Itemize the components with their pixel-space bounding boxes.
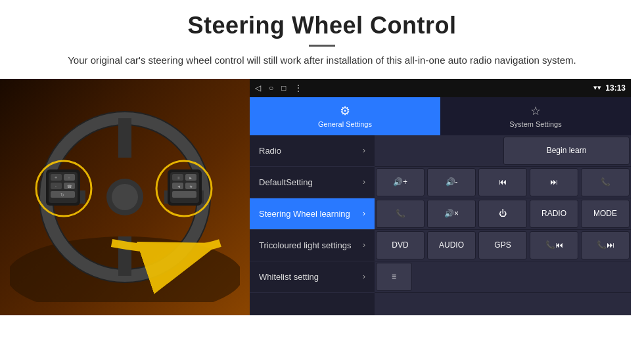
tab-general-label: General Settings bbox=[318, 120, 372, 128]
home-icon[interactable]: ○ bbox=[269, 83, 273, 93]
svg-text:◄: ◄ bbox=[177, 185, 181, 189]
empty-display bbox=[376, 137, 501, 165]
vol-down-icon: 🔊- bbox=[446, 177, 458, 187]
gps-button[interactable]: GPS bbox=[478, 231, 527, 259]
power-button[interactable]: ⏻ bbox=[478, 200, 527, 228]
menu-steering-label: Steering Wheel learning bbox=[259, 209, 350, 219]
phone-button[interactable]: 📞 bbox=[581, 168, 630, 196]
chevron-icon: › bbox=[363, 240, 365, 250]
chevron-icon: › bbox=[363, 272, 365, 281]
control-row-1: 🔊+ 🔊- ⏮ ⏭ 📞 bbox=[375, 167, 631, 198]
prev-track-button[interactable]: ⏮ bbox=[478, 168, 527, 196]
menu-icon[interactable]: ⋮ bbox=[294, 83, 302, 93]
phone-prev-button[interactable]: 📞⏮ bbox=[530, 231, 578, 259]
menu-item-radio[interactable]: Radio › bbox=[250, 135, 375, 167]
status-bar: ◁ ○ □ ⋮ ▾▾ 13:13 bbox=[250, 79, 631, 97]
right-content: Begin learn 🔊+ 🔊- ⏮ ⏭ bbox=[375, 135, 631, 315]
recent-apps-icon[interactable]: □ bbox=[281, 83, 286, 93]
list-button[interactable]: ≡ bbox=[376, 263, 412, 291]
next-track-button[interactable]: ⏭ bbox=[530, 168, 578, 196]
general-settings-icon: ⚙ bbox=[340, 104, 350, 118]
call-accept-icon: 📞 bbox=[396, 209, 405, 218]
menu-tricoloured-label: Tricoloured light settings bbox=[259, 240, 351, 250]
menu-radio-label: Radio bbox=[259, 146, 281, 156]
menu-item-tricoloured[interactable]: Tricoloured light settings › bbox=[250, 230, 375, 261]
menu-item-whitelist[interactable]: Whitelist setting › bbox=[250, 261, 375, 293]
title-divider bbox=[309, 45, 335, 47]
page-subtitle: Your original car's steering wheel contr… bbox=[39, 53, 605, 68]
list-icon: ≡ bbox=[392, 272, 396, 281]
radio-label: RADIO bbox=[541, 209, 566, 218]
gps-label: GPS bbox=[494, 240, 511, 250]
next-track-icon: ⏭ bbox=[550, 177, 558, 187]
mode-label: MODE bbox=[593, 209, 617, 218]
tab-system-settings[interactable]: ☆ System Settings bbox=[440, 97, 631, 135]
mode-button[interactable]: MODE bbox=[581, 200, 630, 228]
menu-item-default-setting[interactable]: DefaultSetting › bbox=[250, 167, 375, 198]
tab-system-label: System Settings bbox=[509, 120, 561, 128]
tab-general-settings[interactable]: ⚙ General Settings bbox=[250, 97, 440, 135]
control-row-3: DVD AUDIO GPS 📞⏮ 📞⏭ bbox=[375, 230, 631, 261]
control-row-4: ≡ bbox=[375, 261, 631, 293]
content-area: + - ↑ ☎ ↻ ≡ ► ◄ ★ bbox=[0, 79, 644, 315]
call-accept-button[interactable]: 📞 bbox=[376, 200, 425, 228]
back-icon[interactable]: ◁ bbox=[255, 83, 261, 93]
power-icon: ⏻ bbox=[499, 209, 507, 218]
car-image: + - ↑ ☎ ↻ ≡ ► ◄ ★ bbox=[0, 79, 250, 315]
dvd-button[interactable]: DVD bbox=[376, 231, 425, 259]
status-left: ◁ ○ □ ⋮ bbox=[255, 83, 302, 93]
svg-text:↑: ↑ bbox=[68, 176, 70, 180]
chevron-icon: › bbox=[363, 146, 365, 155]
control-row-0: Begin learn bbox=[375, 135, 631, 167]
page-title: Steering Wheel Control bbox=[39, 12, 605, 39]
prev-track-icon: ⏮ bbox=[499, 177, 507, 187]
svg-point-8 bbox=[112, 184, 138, 210]
svg-text:☎: ☎ bbox=[67, 185, 72, 189]
steering-wheel-svg: + - ↑ ☎ ↻ ≡ ► ◄ ★ bbox=[10, 92, 240, 302]
status-right: ▾▾ 13:13 bbox=[593, 83, 626, 93]
svg-text:►: ► bbox=[189, 176, 193, 180]
chevron-icon: › bbox=[363, 177, 365, 187]
vol-up-icon: 🔊+ bbox=[393, 177, 407, 187]
phone-prev-icon: 📞⏮ bbox=[545, 240, 563, 250]
status-time: 13:13 bbox=[605, 83, 626, 93]
chevron-icon: › bbox=[363, 209, 365, 218]
system-settings-icon: ☆ bbox=[530, 104, 541, 118]
svg-text:+: + bbox=[55, 175, 57, 180]
top-section: Steering Wheel Control Your original car… bbox=[0, 0, 644, 75]
panel-body: Radio › DefaultSetting › Steering Wheel … bbox=[250, 135, 631, 315]
radio-button[interactable]: RADIO bbox=[530, 200, 578, 228]
phone-next-icon: 📞⏭ bbox=[597, 240, 614, 250]
audio-label: AUDIO bbox=[439, 240, 464, 250]
phone-next-button[interactable]: 📞⏭ bbox=[581, 231, 630, 259]
head-unit: ◁ ○ □ ⋮ ▾▾ 13:13 ⚙ General Settings ☆ Sy… bbox=[250, 79, 631, 315]
mute-button[interactable]: 🔊× bbox=[427, 200, 476, 228]
svg-text:≡: ≡ bbox=[177, 176, 180, 180]
mute-icon: 🔊× bbox=[444, 209, 459, 218]
svg-text:↻: ↻ bbox=[60, 192, 64, 197]
svg-rect-31 bbox=[172, 191, 196, 198]
menu-whitelist-label: Whitelist setting bbox=[259, 272, 319, 282]
tab-bar: ⚙ General Settings ☆ System Settings bbox=[250, 97, 631, 135]
begin-learn-button[interactable]: Begin learn bbox=[503, 137, 630, 165]
audio-button[interactable]: AUDIO bbox=[427, 231, 476, 259]
phone-icon: 📞 bbox=[601, 177, 610, 187]
wifi-signal-icon: ▾▾ bbox=[593, 83, 601, 92]
vol-down-button[interactable]: 🔊- bbox=[427, 168, 476, 196]
vol-up-button[interactable]: 🔊+ bbox=[376, 168, 425, 196]
control-row-2: 📞 🔊× ⏻ RADIO MODE bbox=[375, 198, 631, 230]
dvd-label: DVD bbox=[392, 240, 408, 250]
svg-text:★: ★ bbox=[189, 185, 193, 189]
left-menu: Radio › DefaultSetting › Steering Wheel … bbox=[250, 135, 375, 315]
menu-item-steering-wheel[interactable]: Steering Wheel learning › bbox=[250, 198, 375, 230]
menu-default-label: DefaultSetting bbox=[259, 177, 313, 187]
